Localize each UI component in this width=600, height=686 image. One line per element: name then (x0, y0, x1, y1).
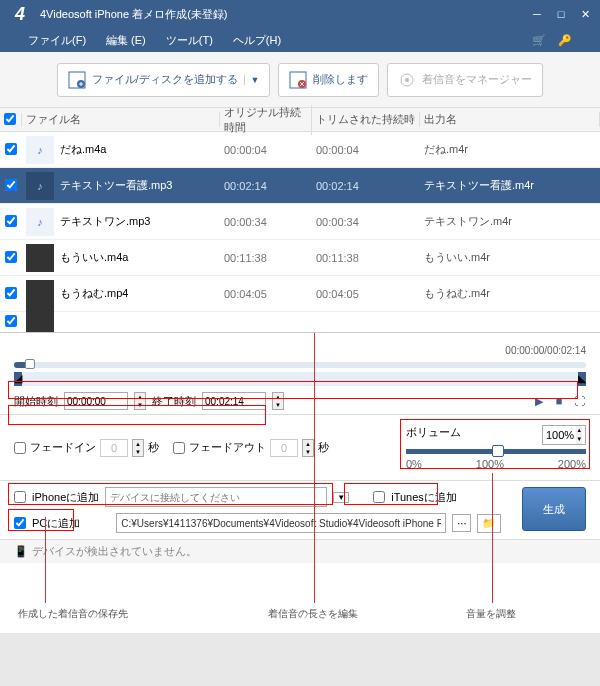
volume-knob[interactable] (492, 445, 504, 457)
table-row[interactable]: ♪だね.m4a00:00:0400:00:04だね.m4r (0, 132, 600, 168)
orig-duration: 00:04:05 (224, 288, 316, 300)
trim-start-handle[interactable]: ◢ (14, 372, 22, 386)
menu-help[interactable]: ヘルプ(H) (233, 33, 281, 48)
close-button[interactable]: ✕ (578, 7, 592, 21)
fadein-checkbox[interactable] (14, 442, 26, 454)
output-options: 生成 iPhoneに追加 ▼ iTunesに追加 PCに追加 ··· 📁 (0, 481, 600, 539)
file-table: ファイル名 オリジナル持続時間 トリムされた持続時 出力名 ♪だね.m4a00:… (0, 108, 600, 332)
trim-bar[interactable]: ◢ ◣ (14, 372, 586, 386)
end-stepper[interactable]: ▲▼ (272, 392, 284, 410)
add-file-label: ファイル/ディスクを追加する (92, 72, 238, 87)
col-output-name[interactable]: 出力名 (420, 112, 600, 127)
fadeout-stepper[interactable]: ▲▼ (302, 439, 314, 457)
start-time-input[interactable] (64, 392, 128, 410)
key-icon[interactable]: 🔑 (558, 34, 572, 47)
play-button[interactable]: ▶ (532, 395, 546, 408)
ringtone-manager-label: 着信音をマネージャー (422, 72, 532, 87)
menu-edit[interactable]: 編集 (E) (106, 33, 146, 48)
trim-end-handle[interactable]: ◣ (578, 372, 586, 386)
row-checkbox[interactable] (5, 251, 17, 263)
generate-button[interactable]: 生成 (522, 487, 586, 531)
timeline-panel: 00:00:00/00:02:14 ◢ ◣ 開始時刻 ▲▼ 終了時刻 ▲▼ ▶ … (0, 332, 600, 414)
maximize-button[interactable]: □ (554, 7, 568, 21)
delete-label: 削除します (313, 72, 368, 87)
col-trimmed-duration[interactable]: トリムされた持続時 (312, 112, 420, 127)
device-dropdown-icon[interactable]: ▼ (333, 492, 349, 503)
iphone-label: iPhoneに追加 (32, 490, 99, 505)
volume-stepper[interactable]: ▲▼ (576, 426, 582, 444)
table-row[interactable]: ♪テキストツー看護.mp300:02:1400:02:14テキストツー看護.m4… (0, 168, 600, 204)
trim-duration: 00:00:34 (316, 216, 424, 228)
pc-checkbox[interactable] (14, 517, 26, 529)
video-thumb-icon (26, 280, 54, 308)
stop-button[interactable]: ■ (552, 395, 566, 408)
table-row-cutoff (0, 312, 600, 332)
browse-button[interactable]: ··· (452, 514, 471, 532)
trim-duration: 00:02:14 (316, 180, 424, 192)
orig-duration: 00:11:38 (224, 252, 316, 264)
video-thumb-icon (26, 244, 54, 272)
vol-100: 100% (476, 458, 504, 470)
app-logo-icon: 4 (8, 2, 32, 26)
row-checkbox[interactable] (5, 143, 17, 155)
svg-point-5 (405, 78, 409, 82)
fullscreen-button[interactable]: ⛶ (572, 395, 586, 408)
fadein-label: フェードイン (30, 440, 96, 455)
delete-button[interactable]: 削除します (278, 63, 379, 97)
path-input[interactable] (116, 513, 446, 533)
annotations: 作成した着信音の保存先 着信音の長さを編集 音量を調整 (0, 563, 600, 633)
window-title: 4Videosoft iPhone 着メロ作成(未登録) (40, 7, 530, 22)
iphone-checkbox[interactable] (14, 491, 26, 503)
anno-edit-length: 着信音の長さを編集 (268, 607, 358, 621)
select-all-checkbox[interactable] (4, 113, 16, 125)
fadeout-input[interactable] (270, 439, 298, 457)
ringtone-manager-button[interactable]: 着信音をマネージャー (387, 63, 543, 97)
menu-file[interactable]: ファイル(F) (28, 33, 86, 48)
output-name: だね.m4r (424, 142, 600, 157)
open-folder-button[interactable]: 📁 (477, 514, 501, 533)
volume-slider[interactable] (406, 449, 586, 454)
start-stepper[interactable]: ▲▼ (134, 392, 146, 410)
music-note-icon: ♪ (26, 172, 54, 200)
status-bar: 📱 デバイスが検出されていません。 (0, 539, 600, 563)
end-time-input[interactable] (202, 392, 266, 410)
col-filename[interactable]: ファイル名 (22, 112, 220, 127)
table-header: ファイル名 オリジナル持続時間 トリムされた持続時 出力名 (0, 108, 600, 132)
start-time-label: 開始時刻 (14, 394, 58, 409)
device-input[interactable] (105, 487, 327, 507)
output-name: テキストワン.m4r (424, 214, 600, 229)
fadeout-label: フェードアウト (189, 440, 266, 455)
fadein-input[interactable] (100, 439, 128, 457)
trim-duration: 00:11:38 (316, 252, 424, 264)
vol-0: 0% (406, 458, 422, 470)
row-checkbox[interactable] (5, 315, 17, 327)
row-checkbox[interactable] (5, 179, 17, 191)
menubar: ファイル(F) 編集 (E) ツール(T) ヘルプ(H) 🛒 🔑 (0, 28, 600, 52)
sec-label: 秒 (148, 440, 159, 455)
fadeout-checkbox[interactable] (173, 442, 185, 454)
volume-value: 100% (546, 429, 574, 441)
cart-icon[interactable]: 🛒 (532, 34, 546, 47)
fadein-stepper[interactable]: ▲▼ (132, 439, 144, 457)
dropdown-icon[interactable]: ▼ (244, 75, 260, 85)
output-name: テキストツー看護.m4r (424, 178, 600, 193)
output-name: もうねむ.m4r (424, 286, 600, 301)
playback-slider[interactable] (14, 362, 586, 368)
row-checkbox[interactable] (5, 215, 17, 227)
table-row[interactable]: もういい.m4a00:11:3800:11:38もういい.m4r (0, 240, 600, 276)
output-name: もういい.m4r (424, 250, 600, 265)
menu-tool[interactable]: ツール(T) (166, 33, 213, 48)
film-delete-icon (289, 71, 307, 89)
table-row[interactable]: もうねむ.mp400:04:0500:04:05もうねむ.m4r (0, 276, 600, 312)
add-file-button[interactable]: ファイル/ディスクを追加する ▼ (57, 63, 271, 97)
itunes-checkbox[interactable] (373, 491, 385, 503)
minimize-button[interactable]: ─ (530, 7, 544, 21)
file-name: だね.m4a (58, 142, 224, 157)
table-row[interactable]: ♪テキストワン.mp300:00:3400:00:34テキストワン.m4r (0, 204, 600, 240)
row-checkbox[interactable] (5, 287, 17, 299)
music-note-icon: ♪ (26, 136, 54, 164)
sec-label-2: 秒 (318, 440, 329, 455)
status-text: デバイスが検出されていません。 (32, 544, 197, 559)
toolbar: ファイル/ディスクを追加する ▼ 削除します 着信音をマネージャー (0, 52, 600, 108)
col-original-duration[interactable]: オリジナル持続時間 (220, 105, 312, 135)
